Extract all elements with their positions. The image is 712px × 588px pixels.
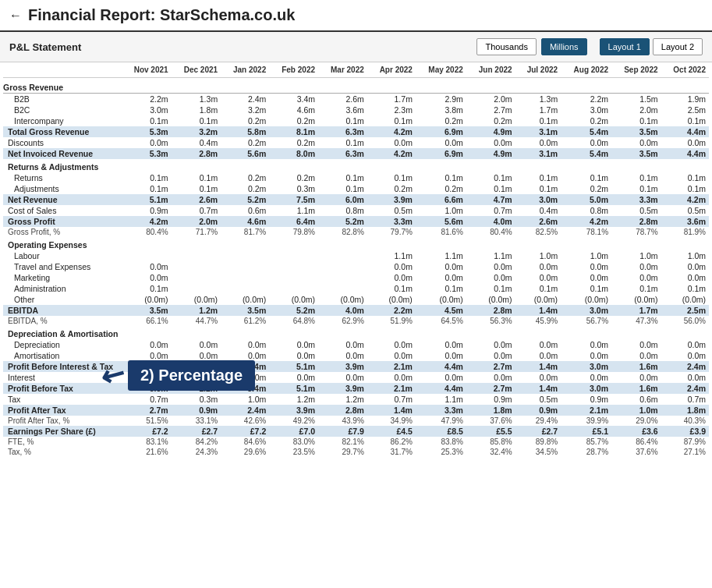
row-spacer xyxy=(121,78,709,94)
cell-6-7: 4.9m xyxy=(466,148,515,159)
cell-18-11: 0.1m xyxy=(661,283,709,294)
cell-2-8: 1.7m xyxy=(515,104,561,115)
cell-29-0: 2.7m xyxy=(121,405,171,416)
cell-17-9: 0.0m xyxy=(561,272,611,283)
cell-20-8: 1.4m xyxy=(515,305,561,316)
cell-13-10: 78.7% xyxy=(611,227,661,237)
row-label: Adjustments xyxy=(3,183,121,194)
cell-20-10: 1.7m xyxy=(611,305,661,316)
cell-28-5: 0.7m xyxy=(367,394,416,405)
cell-6-4: 6.3m xyxy=(318,148,367,159)
cell-12-10: 2.8m xyxy=(611,216,661,227)
row-label: Travel and Expenses xyxy=(3,261,121,272)
cell-31-8: £2.7 xyxy=(515,426,561,437)
cell-18-10: 0.1m xyxy=(611,283,661,294)
cell-25-9: 3.0m xyxy=(561,361,611,372)
cell-32-0: 83.1% xyxy=(121,437,171,447)
cell-23-8: 0.0m xyxy=(515,339,561,350)
cell-10-11: 4.2m xyxy=(661,194,709,205)
cell-25-8: 1.4m xyxy=(515,361,561,372)
cell-29-11: 1.8m xyxy=(661,405,709,416)
back-button[interactable]: ← xyxy=(9,9,22,23)
cell-9-8: 0.1m xyxy=(515,183,561,194)
cell-13-6: 81.6% xyxy=(416,227,466,237)
cell-28-8: 0.5m xyxy=(515,394,561,405)
cell-5-9: 0.0m xyxy=(561,137,611,148)
cell-4-6: 6.9m xyxy=(416,126,466,137)
cell-13-5: 79.7% xyxy=(367,227,416,237)
cell-15-2 xyxy=(221,250,269,261)
cell-5-1: 0.4m xyxy=(172,137,221,148)
row-label: Marketing xyxy=(3,272,121,283)
cell-16-9: 0.0m xyxy=(561,261,611,272)
table-row: Labour1.1m1.1m1.1m1.0m1.0m1.0m1.0m xyxy=(3,250,709,261)
cell-10-7: 4.7m xyxy=(466,194,515,205)
column-header-jul2022: Jul 2022 xyxy=(515,62,561,78)
cell-4-8: 3.1m xyxy=(515,126,561,137)
cell-6-6: 6.9m xyxy=(416,148,466,159)
table-row: Other(0.0m)(0.0m)(0.0m)(0.0m)(0.0m)(0.0m… xyxy=(3,294,709,305)
cell-12-7: 4.0m xyxy=(466,216,515,227)
cell-2-2: 3.2m xyxy=(221,104,269,115)
cell-19-2: (0.0m) xyxy=(221,294,269,305)
cell-17-2 xyxy=(221,272,269,283)
cell-1-11: 1.9m xyxy=(661,94,709,105)
cell-15-11: 1.0m xyxy=(661,250,709,261)
cell-5-4: 0.1m xyxy=(318,137,367,148)
cell-17-10: 0.0m xyxy=(611,272,661,283)
cell-1-10: 1.5m xyxy=(611,94,661,105)
row-label: Tax, % xyxy=(3,447,121,457)
cell-3-11: 0.1m xyxy=(661,115,709,126)
cell-24-8: 0.0m xyxy=(515,350,561,361)
cell-11-5: 0.5m xyxy=(367,205,416,216)
cell-15-8: 1.0m xyxy=(515,250,561,261)
cell-12-8: 2.6m xyxy=(515,216,561,227)
millions-button[interactable]: Millions xyxy=(541,38,587,55)
cell-30-2: 42.6% xyxy=(221,416,269,426)
cell-15-9: 1.0m xyxy=(561,250,611,261)
cell-13-11: 81.9% xyxy=(661,227,709,237)
cell-9-1: 0.1m xyxy=(172,183,221,194)
layout2-button[interactable]: Layout 2 xyxy=(653,38,703,55)
cell-31-6: £8.5 xyxy=(416,426,466,437)
cell-16-3 xyxy=(269,261,318,272)
cell-19-10: (0.0m) xyxy=(611,294,661,305)
cell-21-10: 47.3% xyxy=(611,316,661,326)
view-toggle: Thousands Millions xyxy=(476,38,586,55)
cell-27-6: 4.4m xyxy=(416,383,466,394)
cell-28-2: 1.0m xyxy=(221,394,269,405)
cell-13-4: 82.8% xyxy=(318,227,367,237)
cell-1-5: 1.7m xyxy=(367,94,416,105)
cell-5-2: 0.2m xyxy=(221,137,269,148)
cell-16-8: 0.0m xyxy=(515,261,561,272)
cell-26-10: 0.0m xyxy=(611,372,661,383)
table-row: Profit After Tax, %51.5%33.1%42.6%49.2%4… xyxy=(3,416,709,426)
cell-10-1: 2.6m xyxy=(172,194,221,205)
cell-29-8: 0.9m xyxy=(515,405,561,416)
row-label: Administration xyxy=(3,283,121,294)
cell-3-8: 0.1m xyxy=(515,115,561,126)
cell-5-10: 0.0m xyxy=(611,137,661,148)
table-row: Gross Profit4.2m2.0m4.6m6.4m5.2m3.3m5.6m… xyxy=(3,216,709,227)
cell-9-5: 0.2m xyxy=(367,183,416,194)
thousands-button[interactable]: Thousands xyxy=(476,38,536,55)
cell-23-7: 0.0m xyxy=(466,339,515,350)
cell-28-9: 0.9m xyxy=(561,394,611,405)
cell-10-6: 6.6m xyxy=(416,194,466,205)
cell-21-0: 66.1% xyxy=(121,316,171,326)
row-label: Net Revenue xyxy=(3,194,121,205)
cell-13-0: 80.4% xyxy=(121,227,171,237)
cell-8-10: 0.1m xyxy=(611,172,661,183)
cell-8-6: 0.1m xyxy=(416,172,466,183)
cell-16-10: 0.0m xyxy=(611,261,661,272)
cell-19-3: (0.0m) xyxy=(269,294,318,305)
cell-8-0: 0.1m xyxy=(121,172,171,183)
cell-30-7: 37.6% xyxy=(466,416,515,426)
cell-11-7: 0.7m xyxy=(466,205,515,216)
layout1-button[interactable]: Layout 1 xyxy=(600,38,650,55)
cell-24-4: 0.0m xyxy=(318,350,367,361)
cell-29-9: 2.1m xyxy=(561,405,611,416)
cell-16-0: 0.0m xyxy=(121,261,171,272)
cell-32-2: 84.6% xyxy=(221,437,269,447)
cell-1-2: 2.4m xyxy=(221,94,269,105)
